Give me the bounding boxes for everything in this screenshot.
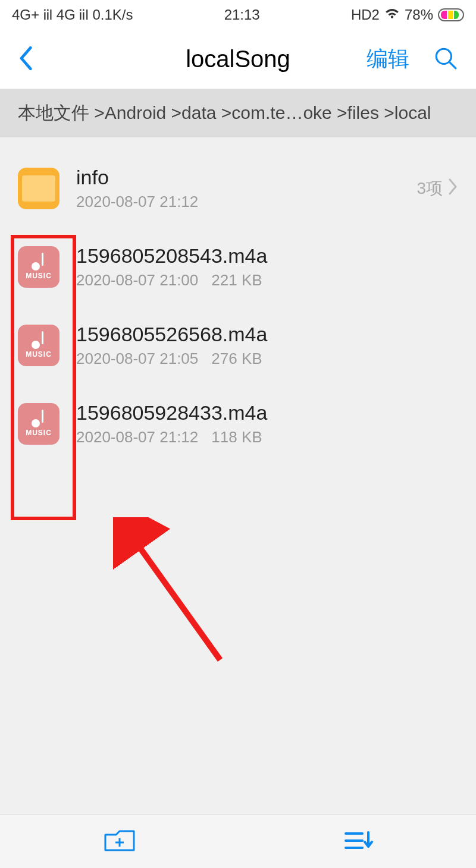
list-item[interactable]: MUSIC 1596805526568.m4a 2020-08-07 21:05… [0,306,476,385]
search-icon[interactable] [433,46,458,73]
svg-line-1 [449,62,456,68]
item-date: 2020-08-07 21:05 [76,350,198,368]
item-date: 2020-08-07 21:12 [76,428,198,446]
list-item[interactable]: info 2020-08-07 21:12 3项 [0,149,476,228]
bottom-bar [0,814,476,868]
item-title: 1596805208543.m4a [76,244,458,268]
edit-button[interactable]: 编辑 [367,45,409,74]
item-date: 2020-08-07 21:12 [76,193,198,211]
nav-bar: localSong 编辑 [0,30,476,89]
item-title: info [76,166,400,189]
item-size: 118 KB [211,428,262,446]
list-item[interactable]: MUSIC 1596805208543.m4a 2020-08-07 21:00… [0,228,476,306]
item-size: 221 KB [211,271,262,290]
music-icon: MUSIC [18,403,60,445]
file-list: info 2020-08-07 21:12 3项 MUSIC 159680520… [0,137,476,463]
battery-percent: 78% [405,7,433,23]
breadcrumb[interactable]: 本地文件 >Android >data >com.te…oke >files >… [0,89,476,137]
svg-line-2 [131,535,220,660]
sort-button[interactable] [342,828,373,856]
folder-icon [18,168,60,209]
music-icon: MUSIC [18,246,60,288]
status-bar: 4G+ ᎥᎥl 4G ᎥᎥl 0.1K/s 21:13 HD2 78% [0,0,476,30]
status-time: 21:13 [224,7,260,23]
chevron-right-icon [447,178,458,200]
back-button[interactable] [18,46,42,73]
item-title: 1596805928433.m4a [76,401,458,424]
item-title: 1596805526568.m4a [76,323,458,346]
list-item[interactable]: MUSIC 1596805928433.m4a 2020-08-07 21:12… [0,385,476,463]
battery-icon [438,8,464,21]
new-folder-button[interactable] [103,828,136,856]
item-count: 3项 [416,177,443,200]
hd-indicator: HD2 [351,7,380,23]
item-size: 276 KB [211,350,262,368]
status-left: 4G+ ᎥᎥl 4G ᎥᎥl 0.1K/s [12,7,133,23]
music-icon: MUSIC [18,325,60,366]
item-date: 2020-08-07 21:00 [76,271,198,290]
wifi-icon [384,7,400,23]
annotation-arrow [113,517,232,672]
